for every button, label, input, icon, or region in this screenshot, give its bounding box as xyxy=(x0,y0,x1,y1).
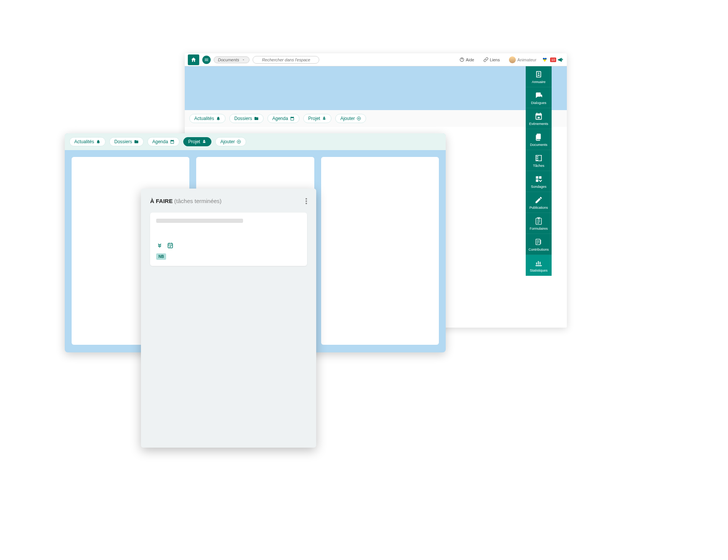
menu-button[interactable] xyxy=(202,56,211,64)
links-link[interactable]: Liens xyxy=(480,57,503,62)
sidebar-item-taches[interactable]: Tâches xyxy=(526,150,552,171)
bell-icon xyxy=(96,139,101,144)
topbar: Documents Aide Liens Animateur ♥ 10 xyxy=(185,53,567,66)
panel-title-sub: (tâches terminées) xyxy=(174,198,221,204)
tab-agenda[interactable]: Agenda xyxy=(147,137,179,146)
avatar xyxy=(509,56,516,63)
tab-label: Ajouter xyxy=(220,139,235,144)
sidebar-item-contributions[interactable]: Contributions xyxy=(526,234,552,255)
help-label: Aide xyxy=(466,58,474,62)
calendar-icon xyxy=(290,116,294,121)
task-icons xyxy=(156,242,301,249)
folder-icon xyxy=(254,116,259,121)
event-icon xyxy=(534,112,543,120)
user-menu[interactable]: Animateur xyxy=(506,56,539,63)
sidebar-label: Evènements xyxy=(529,122,548,126)
tabs-mid: Actualités Dossiers Agenda Projet Ajoute… xyxy=(65,133,446,150)
notes-icon xyxy=(534,238,543,246)
pencil-icon xyxy=(534,196,543,204)
links-label: Liens xyxy=(490,58,500,62)
tab-projet[interactable]: Projet xyxy=(183,137,211,146)
sidebar-label: Tâches xyxy=(533,164,544,168)
board-column[interactable] xyxy=(321,157,439,345)
panel-header: À FAIRE (tâches terminées) xyxy=(150,198,307,204)
tab-actualites[interactable]: Actualités xyxy=(69,137,106,146)
tab-label: Projet xyxy=(188,139,200,144)
tab-dossiers[interactable]: Dossiers xyxy=(109,137,144,146)
svg-rect-5 xyxy=(536,179,538,182)
checklist-icon xyxy=(534,154,543,162)
sidebar-label: Documents xyxy=(530,143,547,147)
tab-label: Ajouter xyxy=(340,116,355,121)
apps-icon xyxy=(534,175,543,183)
sidebar-item-sondages[interactable]: Sondages xyxy=(526,171,552,192)
chevrons-down-icon[interactable] xyxy=(156,242,163,249)
tabs-back: Actualités Dossiers Agenda Projet Ajoute… xyxy=(185,110,567,127)
rocket-icon xyxy=(202,139,206,144)
docs-icon xyxy=(534,133,543,141)
sidebar-item-documents[interactable]: Documents xyxy=(526,129,552,150)
sidebar-label: Sondages xyxy=(531,185,547,189)
sidebar-label: Formulaires xyxy=(530,227,548,230)
tab-label: Projet xyxy=(308,116,320,121)
chat-icon xyxy=(534,91,543,99)
calendar-icon xyxy=(170,139,174,144)
svg-rect-8 xyxy=(168,243,173,248)
tab-projet[interactable]: Projet xyxy=(303,114,331,123)
tab-label: Actualités xyxy=(194,116,214,121)
more-options-button[interactable] xyxy=(306,198,307,204)
notif-count: 10 xyxy=(550,58,556,62)
calendar-check-icon[interactable] xyxy=(167,242,174,249)
sidebar-item-annuaire[interactable]: Annuaire xyxy=(526,66,552,87)
search-scope-dropdown[interactable]: Documents xyxy=(214,56,250,63)
contacts-icon xyxy=(534,70,543,78)
task-assignee-badge[interactable]: NB xyxy=(156,253,166,260)
sidebar-label: Publications xyxy=(530,206,548,210)
user-role-label: Animateur xyxy=(517,58,536,62)
home-button[interactable] xyxy=(188,54,199,65)
sidebar-label: Statistiques xyxy=(530,269,548,272)
tab-ajouter[interactable]: Ajouter xyxy=(335,114,366,123)
help-icon xyxy=(459,57,464,62)
megaphone-icon xyxy=(557,56,564,63)
tab-agenda[interactable]: Agenda xyxy=(267,114,299,123)
task-card[interactable]: NB xyxy=(150,213,307,266)
link-icon xyxy=(483,57,488,62)
folder-icon xyxy=(134,139,139,144)
svg-rect-4 xyxy=(539,176,541,179)
search-wrap xyxy=(253,56,355,64)
banner xyxy=(185,66,567,110)
right-sidebar: Annuaire Dialogues Evènements Documents … xyxy=(526,66,552,276)
clipboard-icon xyxy=(534,217,543,225)
sidebar-label: Annuaire xyxy=(532,80,546,84)
tab-label: Agenda xyxy=(272,116,288,121)
rocket-icon xyxy=(322,116,326,121)
sidebar-item-statistiques[interactable]: Statistiques xyxy=(526,255,552,276)
tab-label: Dossiers xyxy=(234,116,252,121)
tab-dossiers[interactable]: Dossiers xyxy=(229,114,264,123)
chevron-down-icon xyxy=(242,58,245,62)
sidebar-item-formulaires[interactable]: Formulaires xyxy=(526,213,552,234)
task-panel: À FAIRE (tâches terminées) NB xyxy=(141,189,316,448)
plus-circle-icon xyxy=(357,116,361,121)
help-link[interactable]: Aide xyxy=(456,57,477,62)
search-input[interactable] xyxy=(253,56,319,64)
tab-label: Agenda xyxy=(152,139,168,144)
task-title-placeholder xyxy=(156,219,243,223)
notifications-button[interactable]: 10 xyxy=(550,56,564,63)
svg-rect-3 xyxy=(536,176,538,179)
tab-ajouter[interactable]: Ajouter xyxy=(215,137,246,146)
heart-icon: ♥ xyxy=(542,55,547,64)
plus-circle-icon xyxy=(237,139,241,144)
bell-icon xyxy=(216,116,221,121)
sidebar-item-dialogues[interactable]: Dialogues xyxy=(526,87,552,108)
tab-label: Actualités xyxy=(74,139,94,144)
chart-icon xyxy=(534,259,543,267)
sidebar-label: Contributions xyxy=(528,248,549,251)
panel-title-main: À FAIRE xyxy=(150,198,173,204)
sidebar-item-publications[interactable]: Publications xyxy=(526,192,552,213)
tab-actualites[interactable]: Actualités xyxy=(189,114,226,123)
tab-label: Dossiers xyxy=(114,139,132,144)
sidebar-item-evenements[interactable]: Evènements xyxy=(526,108,552,129)
sidebar-label: Dialogues xyxy=(531,101,546,105)
